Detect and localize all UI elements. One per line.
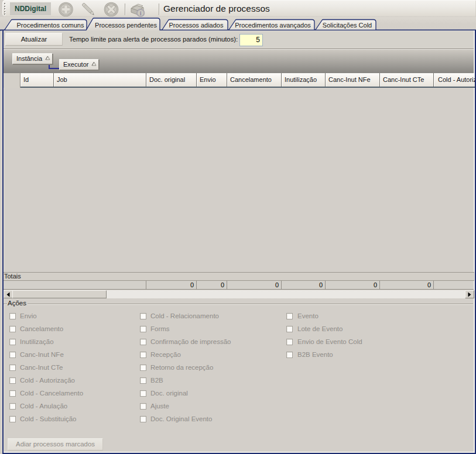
svg-text:i: i <box>140 10 142 16</box>
svg-text:Procedimentos avançados: Procedimentos avançados <box>235 22 311 29</box>
svg-text:Processos adiados: Processos adiados <box>169 22 224 29</box>
svg-text:Procedimentos comuns: Procedimentos comuns <box>17 22 84 29</box>
svg-text:Solicitações Cold: Solicitações Cold <box>323 22 372 29</box>
svg-text:Processos pendentes: Processos pendentes <box>95 22 157 29</box>
